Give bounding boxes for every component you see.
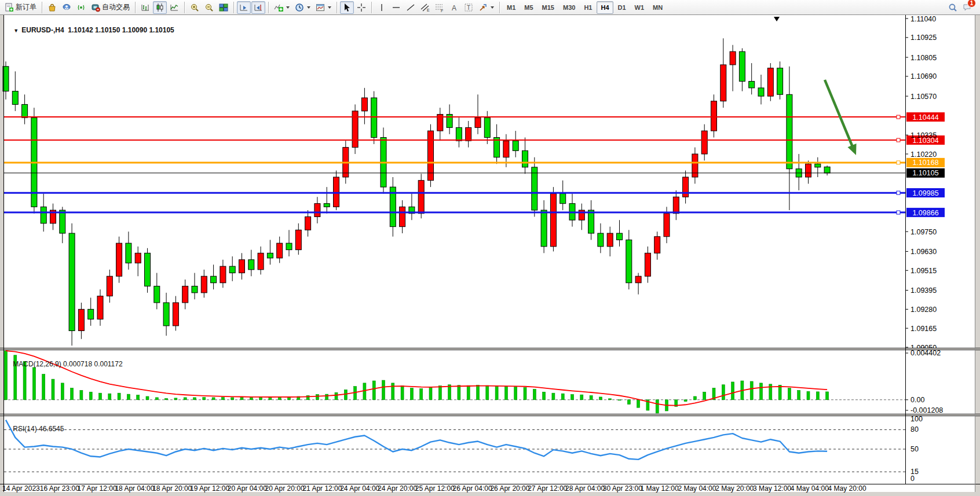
templates-button[interactable] xyxy=(313,1,334,14)
right-scroll-strip[interactable] xyxy=(975,15,980,496)
svg-text:1.10690: 1.10690 xyxy=(910,72,937,80)
zoom-in-button[interactable] xyxy=(188,1,202,14)
svg-text:26 Apr 20:00: 26 Apr 20:00 xyxy=(490,484,529,493)
zoom-out-button[interactable] xyxy=(202,1,216,14)
horizontal-line-icon xyxy=(392,3,401,12)
cursor-icon xyxy=(342,3,352,12)
chevron-down-icon xyxy=(307,6,310,9)
svg-text:1.10220: 1.10220 xyxy=(910,150,937,159)
signals-button[interactable] xyxy=(74,1,88,14)
notifications-button[interactable]: 1 xyxy=(960,1,974,14)
chart-shift-icon xyxy=(254,3,263,12)
chart-title: ▼EURUSD-,H4 1.10142 1.10150 1.10090 1.10… xyxy=(6,18,174,42)
svg-text:1.09165: 1.09165 xyxy=(910,325,937,333)
indicators-icon xyxy=(274,3,283,12)
svg-text:A: A xyxy=(452,3,456,12)
separator xyxy=(337,2,337,13)
svg-text:17 Apr 12:00: 17 Apr 12:00 xyxy=(78,484,117,493)
svg-text:1.10570: 1.10570 xyxy=(910,93,937,101)
svg-text:27 Apr 12:00: 27 Apr 12:00 xyxy=(528,484,567,493)
crosshair-button[interactable] xyxy=(354,1,368,14)
channel-icon: E xyxy=(420,3,430,12)
tile-windows-button[interactable] xyxy=(217,1,231,14)
cursor-button[interactable] xyxy=(340,1,354,14)
line-chart-icon xyxy=(170,3,179,12)
macd-signal-value: 0.001172 xyxy=(94,360,122,368)
chevron-down-icon xyxy=(286,6,290,9)
svg-text:1.10925: 1.10925 xyxy=(910,34,937,42)
timeframe-M1[interactable]: M1 xyxy=(503,1,520,14)
chart-canvas[interactable]: 1.104441.103041.101681.101051.099851.098… xyxy=(0,15,980,496)
svg-text:1.10805: 1.10805 xyxy=(910,54,937,62)
vertical-line-icon xyxy=(377,3,386,12)
ohlc-values: 1.10142 1.10150 1.10090 1.10105 xyxy=(68,26,174,34)
separator xyxy=(371,2,372,13)
timeframe-M5[interactable]: M5 xyxy=(520,1,537,14)
svg-text:20 Apr 04:00: 20 Apr 04:00 xyxy=(228,484,267,493)
svg-text:1 May 12:00: 1 May 12:00 xyxy=(641,484,679,493)
zoom-in-icon xyxy=(190,3,199,12)
svg-text:1.09985: 1.09985 xyxy=(912,189,938,197)
timeframe-M30[interactable]: M30 xyxy=(559,1,579,14)
separator xyxy=(233,2,234,13)
bar-chart-icon xyxy=(141,3,150,12)
timeframe-M15[interactable]: M15 xyxy=(538,1,558,14)
svg-text:50: 50 xyxy=(910,445,919,453)
search-button[interactable] xyxy=(946,1,960,14)
text-button[interactable]: A xyxy=(447,1,461,14)
new-order-button[interactable]: 新订单 xyxy=(2,1,39,14)
timeframe-D1[interactable]: D1 xyxy=(614,1,630,14)
bar-chart-button[interactable] xyxy=(138,1,152,14)
svg-text:E: E xyxy=(427,8,430,12)
text-label-icon: T xyxy=(464,3,473,12)
community-button[interactable] xyxy=(60,1,74,14)
clock-icon xyxy=(295,3,304,12)
svg-text:2 May 20:00: 2 May 20:00 xyxy=(715,484,754,493)
trendline-button[interactable] xyxy=(404,1,418,14)
timeframe-W1[interactable]: W1 xyxy=(631,1,649,14)
channel-button[interactable]: E xyxy=(418,1,432,14)
notification-badge: 1 xyxy=(967,0,976,8)
crosshair-icon xyxy=(357,3,366,12)
separator xyxy=(42,2,42,13)
text-label-button[interactable]: T xyxy=(462,1,476,14)
indicators-button[interactable] xyxy=(272,1,292,14)
collapse-icon[interactable]: ▼ xyxy=(13,28,19,34)
new-order-icon xyxy=(5,3,14,12)
terminal-window: 新订单 xyxy=(0,0,980,496)
svg-text:1.09280: 1.09280 xyxy=(910,306,937,314)
arrows-button[interactable] xyxy=(476,1,496,14)
auto-trading-button[interactable]: 自动交易 xyxy=(89,1,132,14)
svg-text:18 Apr 20:00: 18 Apr 20:00 xyxy=(152,484,192,493)
timeframe-H1[interactable]: H1 xyxy=(580,1,596,14)
toolbar: 新订单 xyxy=(0,0,980,15)
timeframe-H4[interactable]: H4 xyxy=(597,1,613,14)
svg-text:25 Apr 12:00: 25 Apr 12:00 xyxy=(415,484,455,493)
market-button[interactable] xyxy=(45,1,59,14)
macd-main-value: 0.000718 xyxy=(63,360,92,368)
separator xyxy=(268,2,269,13)
svg-text:-0.001208: -0.001208 xyxy=(910,406,943,414)
svg-text:14 Apr 2023: 14 Apr 2023 xyxy=(2,484,40,493)
periods-button[interactable] xyxy=(292,1,313,14)
fibonacci-button[interactable]: F xyxy=(433,1,447,14)
svg-text:20 Apr 20:00: 20 Apr 20:00 xyxy=(265,484,305,493)
svg-text:1.10335: 1.10335 xyxy=(910,131,937,139)
candlestick-chart-icon xyxy=(155,3,164,12)
timeframe-MN[interactable]: MN xyxy=(649,1,667,14)
auto-scroll-button[interactable] xyxy=(237,1,251,14)
svg-text:21 Apr 12:00: 21 Apr 12:00 xyxy=(302,484,342,493)
vertical-line-button[interactable] xyxy=(375,1,389,14)
search-icon xyxy=(948,3,957,12)
time-axis[interactable]: 14 Apr 202316 Apr 23:0017 Apr 12:0018 Ap… xyxy=(0,484,980,493)
signals-icon xyxy=(76,3,86,12)
horizontal-line-button[interactable] xyxy=(389,1,403,14)
candlestick-chart-button[interactable] xyxy=(153,1,167,14)
svg-text:100: 100 xyxy=(910,415,923,423)
arrows-icon xyxy=(478,3,488,12)
auto-trading-icon xyxy=(91,3,100,12)
community-icon xyxy=(62,3,71,12)
zoom-out-icon xyxy=(204,3,214,12)
line-chart-button[interactable] xyxy=(167,1,181,14)
chart-shift-button[interactable] xyxy=(251,1,265,14)
